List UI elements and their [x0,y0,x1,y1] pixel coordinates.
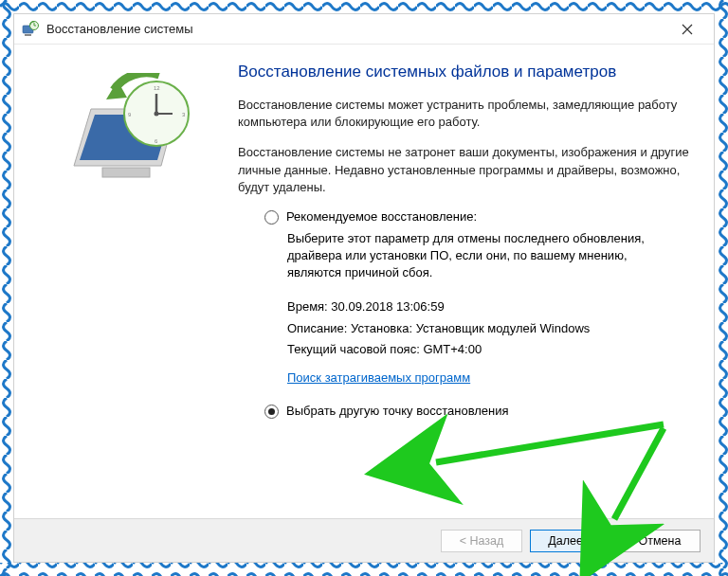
page-heading: Восстановление системных файлов и параме… [238,62,691,83]
restore-time: Время: 30.09.2018 13:06:59 [287,298,682,315]
cancel-button[interactable]: Отмена [619,530,701,552]
radio-choose-other-label: Выбрать другую точку восстановления [286,404,509,418]
svg-text:12: 12 [154,85,160,91]
radio-recommended[interactable]: Рекомендуемое восстановление: [264,209,691,225]
titlebar: Восстановление системы [14,14,714,45]
radio-icon [264,210,279,225]
restore-description: Описание: Установка: Установщик модулей … [287,320,682,337]
system-restore-hero-icon: 12 3 6 9 [64,73,197,206]
radio-choose-other[interactable]: Выбрать другую точку восстановления [264,404,691,419]
intro-paragraph-2: Восстановление системы не затронет ваши … [238,144,691,196]
recommended-details: Выберите этот параметр для отмены послед… [264,230,691,404]
dialog-window: Восстановление системы [13,13,715,563]
radio-recommended-label: Рекомендуемое восстановление: [286,209,477,224]
svg-rect-2 [0,0,13,576]
intro-paragraph-1: Восстановление системы может устранить п… [238,97,691,131]
affected-programs-link[interactable]: Поиск затрагиваемых программ [287,369,470,387]
window-title: Восстановление системы [46,22,668,36]
dialog-body: 12 3 6 9 Восстановление системных файлов… [14,45,714,518]
recommended-description: Выберите этот параметр для отмены послед… [287,230,682,282]
dialog-footer: < Назад Далее > Отмена [14,518,714,562]
restore-options: Рекомендуемое восстановление: Выберите э… [238,209,691,419]
back-button: < Назад [441,530,522,552]
content-column: Восстановление системных файлов и параме… [230,62,691,507]
radio-icon [264,405,279,419]
svg-rect-3 [715,0,728,576]
svg-rect-0 [0,0,728,13]
hero-column: 12 3 6 9 [31,62,230,507]
svg-rect-5 [25,34,31,36]
restore-timezone: Текущий часовой пояс: GMT+4:00 [287,341,682,358]
svg-rect-7 [102,168,150,177]
next-button[interactable]: Далее > [530,530,611,552]
system-restore-icon [22,21,39,38]
close-button[interactable] [668,16,706,43]
svg-rect-1 [0,563,728,576]
